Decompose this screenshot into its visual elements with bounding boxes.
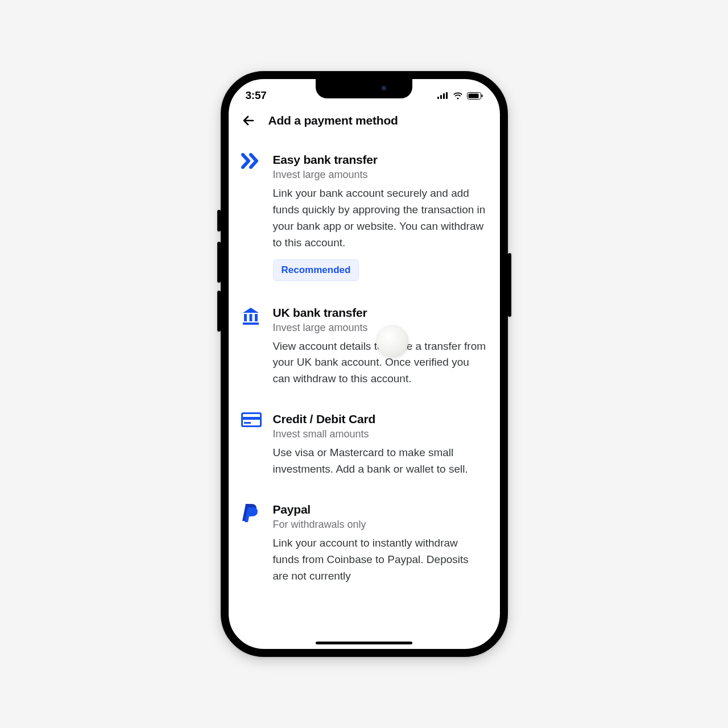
svg-rect-7 [244,314,247,321]
method-subtitle: Invest large amounts [273,322,487,334]
method-subtitle: Invest small amounts [273,428,487,440]
method-title: Credit / Debit Card [273,412,487,426]
status-indicators [437,92,483,100]
phone-frame: 3:57 [221,71,508,657]
power-button [508,253,511,317]
status-time: 3:57 [246,89,267,102]
svg-rect-12 [243,417,260,420]
volume-button [217,210,221,231]
notch [316,79,412,98]
method-description: Use visa or Mastercard to make small inv… [273,445,487,478]
battery-icon [467,92,483,100]
phone-screen: 3:57 [221,71,508,657]
svg-rect-3 [446,92,448,99]
svg-rect-0 [437,97,439,99]
method-description: Link your bank account securely and add … [273,185,487,251]
arrow-left-icon [242,114,255,127]
method-title: UK bank transfer [273,306,487,320]
svg-rect-10 [243,322,259,325]
credit-card-icon [241,412,262,478]
wifi-icon [453,92,463,100]
cellular-icon [437,92,449,99]
svg-rect-6 [481,94,482,97]
method-subtitle: For withdrawals only [273,519,487,531]
method-uk-bank-transfer[interactable]: UK bank transfer Invest large amounts Vi… [240,296,489,398]
method-description: View account details to make a transfer … [273,338,487,388]
svg-rect-1 [440,95,442,99]
page-title: Add a payment method [268,114,398,127]
svg-rect-2 [443,93,445,99]
back-button[interactable] [240,112,257,129]
bank-icon [241,306,262,388]
recommended-badge: Recommended [273,259,359,281]
method-easy-bank-transfer[interactable]: Easy bank transfer Invest large amounts … [240,143,489,291]
method-credit-debit-card[interactable]: Credit / Debit Card Invest small amounts… [240,402,489,488]
volume-button [217,291,221,332]
chevrons-right-icon [241,153,262,281]
payment-method-list: Easy bank transfer Invest large amounts … [229,135,500,646]
method-title: Paypal [273,503,487,516]
paypal-icon [241,503,262,585]
svg-rect-5 [468,93,478,98]
svg-rect-13 [244,422,251,424]
svg-rect-8 [249,314,252,321]
app-bar: Add a payment method [229,109,500,135]
volume-button [217,242,221,283]
method-title: Easy bank transfer [273,153,487,167]
method-paypal[interactable]: Paypal For withdrawals only Link your ac… [240,493,489,595]
method-subtitle: Invest large amounts [273,169,487,181]
svg-rect-9 [255,314,258,321]
method-description: Link your account to instantly withdraw … [273,535,487,585]
